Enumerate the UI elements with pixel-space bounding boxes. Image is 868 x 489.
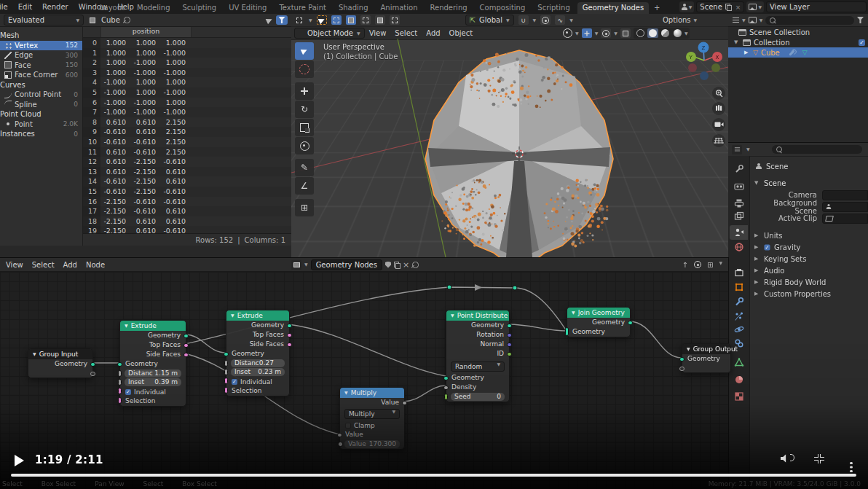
tab-view-layer[interactable] <box>730 209 748 224</box>
operation-dropdown[interactable]: Multiply▼ <box>344 409 400 419</box>
expand-icon[interactable]: ▶ <box>754 232 760 238</box>
tree-item-face-corner[interactable]: Face Corner600 <box>0 70 82 80</box>
node-join-geometry[interactable]: ▼Join Geometry Geometry Geometry <box>567 307 631 337</box>
tab-particles[interactable] <box>730 309 748 324</box>
node-group-input[interactable]: ▼Group Input Geometry <box>28 348 93 378</box>
socket-selection-input[interactable] <box>224 387 228 394</box>
collapse-icon[interactable]: ▼ <box>231 310 234 321</box>
menu-item-add[interactable]: Add <box>63 261 77 269</box>
filter-image-icon[interactable] <box>749 17 757 23</box>
tab-texture-paint[interactable]: Texture Paint <box>274 2 331 14</box>
menu-item-view[interactable]: View <box>6 261 23 269</box>
shading-wireframe-button[interactable] <box>635 28 646 38</box>
shading-rendered-button[interactable] <box>672 28 683 38</box>
socket-distance-input[interactable] <box>118 370 122 377</box>
copy-scene-icon[interactable] <box>725 4 731 10</box>
node-extrude-2[interactable]: ▼Extrude Geometry Top Faces Side Faces G… <box>226 310 290 396</box>
overlay-icon[interactable] <box>694 261 701 268</box>
inset-field[interactable]: Inset0.23 m <box>231 368 285 376</box>
select-mode-button-1[interactable] <box>331 15 342 25</box>
tree-item-mesh[interactable]: Mesh <box>0 31 82 41</box>
menu-item-file[interactable]: File <box>0 3 8 11</box>
menu-item-render[interactable]: Render <box>42 3 68 11</box>
menu-item-select[interactable]: Select <box>32 261 55 269</box>
tab-shading[interactable]: Shading <box>334 2 374 14</box>
select-mode-button-3[interactable] <box>360 15 371 25</box>
outliner-filter-icon[interactable] <box>857 17 864 23</box>
section-rigid-body-world[interactable]: ▶Rigid Body World <box>750 276 868 288</box>
collapse-icon[interactable]: ▼ <box>451 310 454 321</box>
outliner-row-cube[interactable]: ▶ ▽ Cube ▽ <box>728 47 868 58</box>
exit-fullscreen-button[interactable] <box>814 454 824 463</box>
inset-field[interactable]: Inset0.39 m <box>125 378 181 386</box>
node-extrude-1[interactable]: ▼Extrude Geometry Top Faces Side Faces G… <box>119 320 186 407</box>
socket-top-faces-output[interactable] <box>287 333 292 338</box>
socket-id-output[interactable] <box>507 352 512 357</box>
collapse-icon[interactable]: ▼ <box>344 388 348 398</box>
tab-layout[interactable]: Layout <box>95 2 130 14</box>
collapse-icon[interactable]: ▼ <box>687 344 690 354</box>
individual-checkbox[interactable]: ✓Individual <box>120 387 186 396</box>
clamp-checkbox[interactable]: Clamp <box>340 420 404 430</box>
socket-geometry-output[interactable] <box>287 324 292 329</box>
scene-name-field[interactable]: Scene × <box>696 1 744 12</box>
socket-geometry-input[interactable] <box>117 362 122 367</box>
socket-value-input[interactable] <box>337 433 342 438</box>
socket-inset-input[interactable] <box>118 379 122 386</box>
socket-geometry-multi-input[interactable] <box>565 327 569 336</box>
tree-item-vertex[interactable]: Vertex152 <box>0 41 82 51</box>
tab-rendering[interactable]: Rendering <box>425 2 473 14</box>
section-custom-properties[interactable]: ▶Custom Properties <box>750 288 868 300</box>
transform-orientation-dropdown[interactable]: ⇱Global▼ <box>465 15 514 26</box>
viewport-canvas[interactable]: Z Y X <box>291 39 728 257</box>
socket-normal-output[interactable] <box>507 343 512 348</box>
socket-value-output[interactable] <box>402 401 407 406</box>
outliner-row-collection[interactable]: ▼ Collection ✓ <box>728 37 868 47</box>
scene-selector-button[interactable]: ▼ <box>679 1 695 12</box>
tree-item-point-cloud[interactable]: Point Cloud <box>0 109 82 120</box>
tab-modifiers[interactable] <box>730 294 748 309</box>
distance-field[interactable]: Distanc0.27 m <box>231 359 285 367</box>
shading-solid-button[interactable] <box>647 28 658 38</box>
socket-individual-input[interactable] <box>118 388 122 394</box>
collapse-icon[interactable]: ▼ <box>33 349 36 359</box>
socket-value2-input[interactable] <box>338 442 343 447</box>
column-header-position[interactable]: position <box>100 27 192 37</box>
expand-icon[interactable]: ▶ <box>754 279 760 285</box>
fake-user-icon[interactable] <box>385 262 391 268</box>
filter-toggle-button[interactable] <box>276 15 288 25</box>
socket-rotation-output[interactable] <box>507 333 512 338</box>
tab-scene[interactable] <box>730 225 748 240</box>
properties-search-input[interactable] <box>772 145 862 154</box>
collapse-icon[interactable]: ▼ <box>125 321 128 331</box>
node-point-distribute[interactable]: ▼Point Distribute Geometry Rotation Norm… <box>446 310 510 402</box>
camera-field[interactable] <box>822 190 868 200</box>
tree-item-edge[interactable]: Edge300 <box>0 50 82 60</box>
unlink-icon[interactable]: × <box>403 260 409 270</box>
menu-item-node[interactable]: Node <box>86 261 105 269</box>
menu-item-add[interactable]: Add <box>426 29 440 37</box>
parent-tree-icon[interactable]: ↑ <box>682 261 688 269</box>
tool-measure[interactable]: ∠ <box>295 177 314 195</box>
checkbox-gravity[interactable]: ✓ <box>764 244 770 250</box>
falloff-button[interactable]: ∿ <box>555 15 565 25</box>
socket-geometry-input[interactable] <box>679 357 684 362</box>
reroute-node[interactable] <box>447 285 451 289</box>
tab-world[interactable] <box>730 240 748 254</box>
socket-side-faces-output[interactable] <box>184 353 189 358</box>
tool-select-box[interactable] <box>295 42 314 60</box>
navigation-gizmo[interactable]: Z Y X <box>686 42 722 81</box>
tree-item-curves[interactable]: Curves <box>0 80 82 90</box>
tab-uv-editing[interactable]: UV Editing <box>224 2 272 14</box>
view-layer-field[interactable]: View Layer <box>766 1 867 12</box>
section-units[interactable]: ▶Units <box>750 230 868 241</box>
socket-seed-input[interactable] <box>444 394 448 400</box>
menu-item-select[interactable]: Select <box>395 29 417 37</box>
select-mode-button-5[interactable] <box>390 15 400 25</box>
section-audio[interactable]: ▶Audio <box>750 265 868 276</box>
seed-field[interactable]: Seed0 <box>451 393 505 401</box>
tree-item-point[interactable]: Point2.0K <box>0 120 82 130</box>
expand-icon[interactable]: ▶ <box>754 291 760 297</box>
tab-material[interactable] <box>730 372 748 387</box>
socket-virtual[interactable] <box>90 372 95 377</box>
